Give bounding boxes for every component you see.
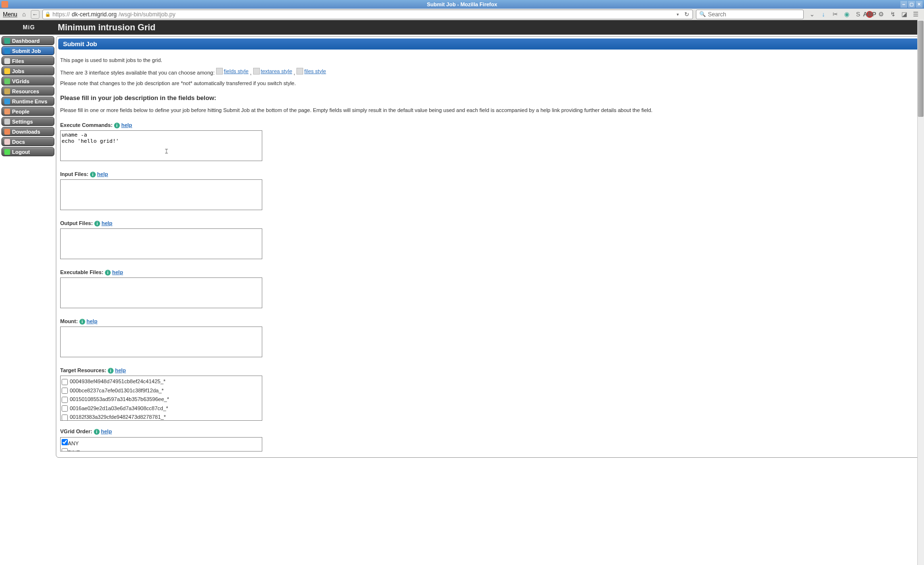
firefox-icon xyxy=(1,1,8,8)
files-style-link[interactable]: files style xyxy=(296,67,326,75)
reload-icon[interactable]: ↻ xyxy=(683,11,691,18)
info-icon: i xyxy=(105,270,111,276)
runtime-icon xyxy=(4,99,10,104)
download-icon[interactable]: ↓ xyxy=(820,11,827,18)
app-title: Minimum intrusion Grid xyxy=(58,23,155,33)
window-titlebar: Submit Job - Mozilla Firefox ‒ ▢ ✕ xyxy=(0,0,924,9)
sidebar-item-settings[interactable]: Settings xyxy=(1,117,54,126)
page-scrollbar[interactable] xyxy=(917,20,924,459)
minimize-button[interactable]: ‒ xyxy=(900,1,907,8)
fields-style-link[interactable]: fields style xyxy=(216,67,248,75)
output-help-link[interactable]: help xyxy=(102,220,113,226)
vgrid-checkbox[interactable] xyxy=(62,448,68,452)
pocket-icon[interactable]: ⌄ xyxy=(808,11,815,18)
lock-icon: 🔒 xyxy=(45,12,51,17)
scroll-thumb[interactable] xyxy=(918,21,924,117)
output-textarea[interactable] xyxy=(60,228,262,259)
target-label: Target Resources: i help xyxy=(60,366,918,375)
browser-toolbar: Menu ⌂ ← 🔒 https://dk-cert.migrid.org/ws… xyxy=(0,9,924,20)
execute-help-link[interactable]: help xyxy=(121,122,132,128)
input-label: Input Files: i help xyxy=(60,170,918,178)
main-panel: Submit Job This page is used to submit j… xyxy=(56,36,923,458)
executable-help-link[interactable]: help xyxy=(112,269,123,275)
info-icon: i xyxy=(108,368,114,374)
mount-label: Mount: i help xyxy=(60,317,918,326)
sidebar-item-runtime[interactable]: Runtime Envs xyxy=(1,97,54,106)
logout-icon xyxy=(4,149,10,155)
menu-button[interactable]: Menu xyxy=(3,11,17,18)
resource-checkbox[interactable] xyxy=(62,405,68,412)
address-bar[interactable]: 🔒 https://dk-cert.migrid.org/wsgi-bin/su… xyxy=(42,10,693,19)
sidebar-item-vgrids[interactable]: VGrids xyxy=(1,76,54,86)
sidebar-item-logout[interactable]: Logout xyxy=(1,147,54,156)
mount-help-link[interactable]: help xyxy=(87,318,98,324)
sidebar-item-docs[interactable]: Docs xyxy=(1,137,54,146)
resource-option[interactable]: 000bce8237ca7efe0d1301c38f9f12da_* xyxy=(62,386,261,395)
back-button[interactable]: ← xyxy=(31,10,39,19)
info-icon: i xyxy=(79,319,85,325)
jobs-icon xyxy=(4,68,10,74)
url-path: /wsgi-bin/submitjob.py xyxy=(118,11,175,18)
resource-checkbox[interactable] xyxy=(62,388,68,394)
sidebar-item-resources[interactable]: Resources xyxy=(1,87,54,96)
input-help-link[interactable]: help xyxy=(97,171,108,177)
resource-option[interactable]: 0004938ef4948d74951cb8ef24c41425_* xyxy=(62,377,261,386)
gear-icon[interactable]: ⚙ xyxy=(878,11,885,18)
sidebar-item-files[interactable]: Files xyxy=(1,56,54,65)
sidebar-item-people[interactable]: People xyxy=(1,107,54,116)
sidebar-item-jobs[interactable]: Jobs xyxy=(1,66,54,75)
search-bar[interactable]: 🔍 xyxy=(696,10,804,19)
resource-checkbox[interactable] xyxy=(62,414,68,421)
vgrid-help-link[interactable]: help xyxy=(101,428,112,434)
settings-icon xyxy=(4,119,10,125)
app-header: MiG Minimum intrusion Grid xyxy=(0,20,924,35)
sidebar-item-downloads[interactable]: Downloads xyxy=(1,127,54,136)
output-label: Output Files: i help xyxy=(60,219,918,227)
execute-textarea[interactable] xyxy=(60,130,262,161)
ext-icon-1[interactable]: ✂ xyxy=(832,11,838,18)
resource-option[interactable]: 0016ae029e2d1a03e6d7a34908cc87cd_* xyxy=(62,404,261,413)
executable-textarea[interactable] xyxy=(60,277,262,308)
resource-checkbox[interactable] xyxy=(62,397,68,403)
instructions-text: Please fill in one or more fields below … xyxy=(60,106,918,114)
search-icon: 🔍 xyxy=(699,11,706,17)
dashboard-icon xyxy=(4,38,10,44)
target-help-link[interactable]: help xyxy=(115,367,126,373)
url-dropdown-icon[interactable]: ▾ xyxy=(675,12,681,17)
resource-checkbox[interactable] xyxy=(62,379,68,385)
execute-label: Execute Commands: i help xyxy=(60,121,918,129)
hamburger-icon[interactable]: ☰ xyxy=(912,11,919,18)
input-textarea[interactable] xyxy=(60,179,262,210)
ext-icon-4[interactable]: ↯ xyxy=(889,11,896,18)
sidebar-item-dashboard[interactable]: Dashboard xyxy=(1,36,54,45)
people-icon xyxy=(4,109,10,114)
submit-icon xyxy=(4,48,10,54)
vgrid-option[interactable]: BINF xyxy=(62,448,261,452)
vgrid-listbox[interactable]: ANYBINF xyxy=(60,437,262,452)
info-icon: i xyxy=(90,172,96,177)
abp-icon[interactable]: ABP xyxy=(866,11,873,18)
maximize-button[interactable]: ▢ xyxy=(908,1,915,8)
ext-icon-5[interactable]: ◪ xyxy=(901,11,908,18)
downloads-icon xyxy=(4,129,10,135)
vgrids-icon xyxy=(4,78,10,84)
target-resources-listbox[interactable]: 0004938ef4948d74951cb8ef24c41425_*000bce… xyxy=(60,376,262,421)
vgrid-label: VGrid Order: i help xyxy=(60,427,918,436)
mount-textarea[interactable] xyxy=(60,326,262,357)
ext-icon-3[interactable]: S xyxy=(855,11,861,18)
ext-icon-2[interactable]: ◉ xyxy=(843,11,850,18)
search-input[interactable] xyxy=(708,11,800,18)
sidebar-item-submit-job[interactable]: Submit Job xyxy=(1,46,54,55)
textarea-style-link[interactable]: textarea style xyxy=(253,67,292,75)
info-icon: i xyxy=(94,429,100,435)
files-icon xyxy=(4,58,10,64)
resources-icon xyxy=(4,88,10,94)
page-heading: Submit Job xyxy=(58,38,920,50)
sidebar: Dashboard Submit Job Files Jobs VGrids R… xyxy=(1,36,56,458)
resource-option[interactable]: 00182f383a329cfde9482473d8278781_* xyxy=(62,413,261,421)
close-button[interactable]: ✕ xyxy=(916,1,923,8)
vgrid-option[interactable]: ANY xyxy=(62,439,261,448)
vgrid-checkbox[interactable] xyxy=(62,439,68,445)
resource-option[interactable]: 00150108553ad597a314b357b63596ee_* xyxy=(62,395,261,404)
home-icon[interactable]: ⌂ xyxy=(20,11,28,18)
